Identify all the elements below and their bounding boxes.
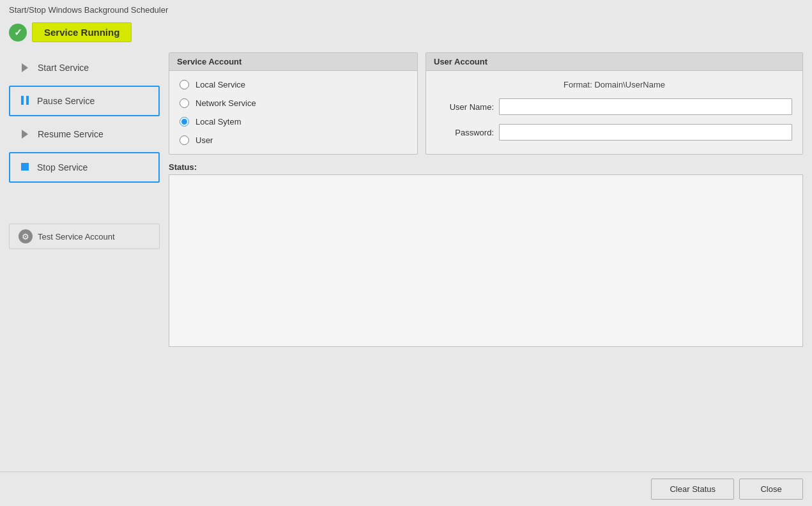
username-row: User Name: xyxy=(436,98,792,115)
service-account-header: Service Account xyxy=(169,53,417,71)
resume-service-button[interactable]: Resume Service xyxy=(9,119,160,150)
service-running-badge: Service Running xyxy=(32,22,132,42)
left-panel: Start Service Pause Service Resume Servi… xyxy=(9,52,169,463)
user-account-header: User Account xyxy=(426,53,802,71)
status-icon: ✓ xyxy=(9,24,27,42)
user-account-panel: User Account Format: Domain\UserName Use… xyxy=(425,52,803,155)
radio-user[interactable]: User xyxy=(180,135,407,145)
status-bar: ✓ Service Running xyxy=(9,22,803,42)
app-title: Start/Stop Windows Background Scheduler xyxy=(9,5,168,15)
username-label: User Name: xyxy=(436,102,494,112)
title-bar: Start/Stop Windows Background Scheduler xyxy=(0,0,812,19)
play-icon xyxy=(19,61,31,74)
gear-icon: ⚙ xyxy=(19,229,33,243)
radio-local-service-input[interactable] xyxy=(180,80,189,89)
stop-icon xyxy=(19,161,31,174)
radio-local-service[interactable]: Local Service xyxy=(180,80,407,89)
svg-rect-2 xyxy=(26,96,29,105)
resume-play-icon xyxy=(19,128,31,141)
right-area: Service Account Local Service Network Se… xyxy=(169,52,803,463)
pause-service-button[interactable]: Pause Service xyxy=(9,86,160,116)
password-input[interactable] xyxy=(499,124,792,141)
status-label: Status: xyxy=(169,162,803,172)
username-input[interactable] xyxy=(499,98,792,115)
radio-local-system[interactable]: Local Sytem xyxy=(180,117,407,126)
radio-local-service-label: Local Service xyxy=(195,80,245,89)
bottom-bar: Clear Status Close xyxy=(0,471,812,506)
format-label: Format: Domain\UserName xyxy=(436,80,792,89)
radio-network-service-label: Network Service xyxy=(195,98,256,108)
test-service-account-button[interactable]: ⚙ Test Service Account xyxy=(9,224,160,249)
radio-local-system-label: Local Sytem xyxy=(195,117,241,126)
svg-marker-0 xyxy=(22,63,28,72)
password-label: Password: xyxy=(436,128,494,137)
pause-icon xyxy=(19,95,31,108)
clear-status-button[interactable]: Clear Status xyxy=(651,479,734,500)
status-section: Status: xyxy=(169,162,803,347)
status-textarea[interactable] xyxy=(169,174,803,347)
radio-user-input[interactable] xyxy=(180,135,189,145)
svg-marker-3 xyxy=(22,130,28,139)
radio-user-label: User xyxy=(195,135,213,145)
svg-rect-1 xyxy=(21,96,24,105)
radio-network-service[interactable]: Network Service xyxy=(180,98,407,108)
password-row: Password: xyxy=(436,124,792,141)
svg-rect-4 xyxy=(21,163,29,171)
close-button[interactable]: Close xyxy=(739,479,803,500)
stop-service-button[interactable]: Stop Service xyxy=(9,152,160,183)
start-service-button[interactable]: Start Service xyxy=(9,52,160,83)
radio-network-service-input[interactable] xyxy=(180,98,189,108)
radio-local-system-input[interactable] xyxy=(180,117,189,126)
service-account-panel: Service Account Local Service Network Se… xyxy=(169,52,418,155)
